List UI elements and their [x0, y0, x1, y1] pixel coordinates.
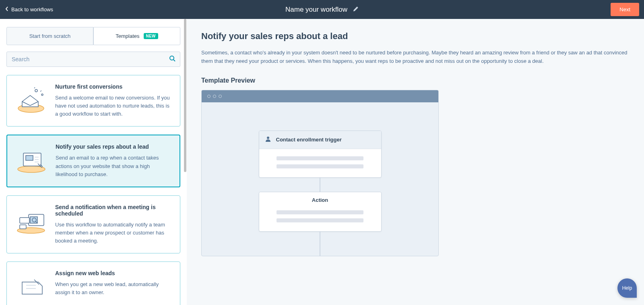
search-wrap [6, 52, 180, 67]
help-button[interactable]: Help [617, 278, 637, 298]
sidebar: Start from scratch Templates NEW [0, 19, 187, 305]
template-title: Assign new web leads [55, 270, 173, 276]
svg-point-13 [267, 137, 269, 139]
preview-label: Template Preview [201, 77, 630, 84]
chevron-left-icon [5, 6, 9, 13]
template-title: Send a notification when a meeting is sc… [55, 204, 173, 217]
template-desc: Send an email to a rep when a contact ta… [56, 154, 172, 178]
template-thumb-icon [14, 270, 48, 301]
template-desc: Use this workflow to automatically notif… [55, 221, 173, 245]
template-title: Nurture first conversions [55, 83, 173, 90]
template-card-notify-reps[interactable]: Notify your sales reps about a lead Send… [6, 135, 180, 187]
template-thumb-icon [14, 143, 48, 175]
placeholder-line [277, 156, 363, 160]
trigger-title: Contact enrollment trigger [276, 137, 342, 143]
window-dot-icon [207, 95, 211, 98]
template-desc: Send a welcome email to new conversions.… [55, 94, 173, 118]
sidebar-scrollbar[interactable] [184, 19, 187, 305]
back-label: Back to workflows [11, 6, 53, 12]
tab-templates-label: Templates [116, 33, 139, 39]
workflow-action-node: Action [259, 192, 382, 232]
svg-point-3 [41, 94, 43, 95]
tab-scratch-label: Start from scratch [29, 33, 71, 39]
tab-start-from-scratch[interactable]: Start from scratch [6, 27, 93, 45]
svg-point-2 [35, 89, 37, 92]
workflow-connector [320, 178, 320, 192]
search-icon [169, 55, 175, 63]
tab-templates[interactable]: Templates NEW [93, 27, 180, 45]
placeholder-line [277, 210, 363, 214]
page-heading: Notify your sales reps about a lead [201, 31, 630, 41]
workflow-trigger-node: Contact enrollment trigger [259, 131, 382, 178]
new-badge: NEW [144, 33, 158, 39]
template-thumb-icon [14, 204, 48, 235]
template-card-nurture[interactable]: Nurture first conversions Send a welcome… [6, 75, 180, 127]
help-label: Help [622, 285, 632, 291]
template-card-assign-leads[interactable]: Assign new web leads When you get a new … [6, 261, 180, 305]
svg-rect-11 [20, 218, 29, 223]
svg-rect-12 [20, 225, 26, 229]
template-desc: When you get a new web lead, automatical… [55, 280, 173, 297]
contact-icon [265, 136, 271, 144]
svg-point-0 [170, 56, 174, 60]
action-title: Action [312, 197, 328, 203]
next-button[interactable]: Next [611, 3, 639, 16]
workflow-title: Name your workflow [285, 6, 347, 14]
page-description: Sometimes, a contact who's already in yo… [201, 49, 630, 66]
svg-rect-6 [26, 156, 33, 160]
template-card-meeting-notification[interactable]: Send a notification when a meeting is sc… [6, 195, 180, 253]
main-content: Notify your sales reps about a lead Some… [187, 19, 644, 305]
template-title: Notify your sales reps about a lead [56, 143, 172, 150]
app-header: Back to workflows Name your workflow Nex… [0, 0, 644, 19]
template-thumb-icon [14, 83, 48, 115]
preview-titlebar [202, 90, 438, 102]
back-to-workflows-link[interactable]: Back to workflows [5, 6, 53, 13]
workflow-connector [320, 232, 320, 256]
sidebar-tabs: Start from scratch Templates NEW [6, 27, 180, 45]
placeholder-line [277, 218, 363, 222]
search-input[interactable] [6, 52, 180, 67]
window-dot-icon [213, 95, 216, 98]
window-dot-icon [219, 95, 222, 98]
placeholder-line [277, 164, 363, 168]
template-preview-window: Contact enrollment trigger Action [201, 90, 439, 256]
edit-title-button[interactable] [353, 6, 359, 13]
